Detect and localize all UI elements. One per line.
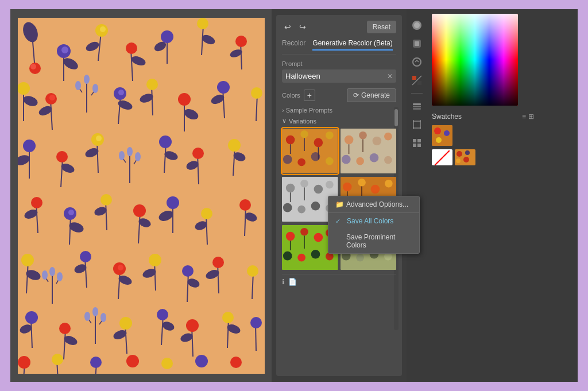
panel-bottom-bar: ℹ 📄 [282, 274, 396, 287]
color-picker-area: Swatches ≡ ⊞ [427, 9, 539, 382]
svg-point-253 [436, 137, 442, 143]
swatch-main-item[interactable] [432, 125, 452, 146]
tool-swap-icon[interactable] [410, 73, 424, 87]
sample-prompts-label: Sample Prompts [286, 107, 332, 114]
main-container: ↩ ↪ Reset Recolor Generative Recolor (Be… [10, 9, 578, 382]
recolor-panel: ↩ ↪ Reset Recolor Generative Recolor (Be… [276, 15, 402, 376]
toolbar-left: ↩ ↪ [282, 21, 308, 33]
svg-point-44 [146, 79, 158, 90]
svg-point-90 [133, 204, 146, 217]
svg-rect-238 [413, 103, 421, 105]
variation-thumb-1[interactable] [282, 128, 338, 174]
checkmark-icon: ✓ [335, 218, 343, 225]
folder-icon: 📁 [335, 200, 344, 208]
svg-point-8 [61, 47, 68, 53]
tool-layers-icon[interactable] [410, 99, 424, 113]
svg-point-107 [57, 272, 63, 281]
swatches-title: Swatches [432, 113, 462, 121]
svg-rect-233 [415, 41, 419, 46]
color-picker-box[interactable] [432, 14, 518, 106]
svg-point-99 [239, 199, 251, 211]
svg-point-188 [300, 180, 308, 188]
generate-label: Generate [361, 91, 390, 99]
generate-button[interactable]: ⟳ Generate [347, 88, 396, 102]
svg-point-121 [182, 265, 194, 277]
swatches-icons: ≡ ⊞ [522, 113, 534, 121]
svg-point-37 [84, 75, 90, 84]
svg-point-62 [96, 136, 102, 141]
sample-prompts-section[interactable]: › Sample Prompts [282, 107, 396, 114]
svg-point-71 [159, 136, 172, 148]
svg-point-179 [384, 133, 392, 141]
swatches-panel: Swatches ≡ ⊞ [427, 108, 539, 382]
svg-point-102 [21, 254, 34, 266]
svg-point-164 [286, 136, 295, 145]
svg-point-180 [341, 155, 350, 164]
svg-point-225 [356, 254, 364, 262]
svg-point-209 [286, 232, 295, 241]
reset-button[interactable]: Reset [367, 21, 396, 33]
svg-point-93 [167, 196, 179, 209]
svg-point-50 [217, 81, 230, 94]
svg-point-31 [49, 95, 55, 100]
document-button[interactable]: 📄 [288, 278, 297, 286]
svg-rect-236 [417, 81, 421, 85]
advanced-options-item[interactable]: 📁 Advanced Options... [328, 196, 419, 213]
add-color-button[interactable]: + [304, 90, 315, 101]
canvas-area [10, 9, 272, 382]
svg-point-255 [457, 151, 462, 157]
svg-point-106 [42, 270, 48, 280]
svg-point-187 [286, 184, 295, 193]
tool-eyedropper-icon[interactable] [410, 37, 424, 51]
prompt-input-row: ✕ [282, 69, 396, 83]
prompt-input[interactable] [285, 72, 387, 80]
tool-artboard-icon[interactable] [410, 118, 424, 131]
svg-point-214 [297, 254, 305, 262]
colors-row: Colors + ⟳ Generate [282, 88, 396, 102]
svg-point-24 [235, 36, 247, 47]
svg-point-189 [314, 185, 323, 194]
svg-point-161 [195, 355, 208, 367]
svg-point-210 [300, 228, 308, 236]
swatches-grid-button[interactable]: ⊞ [528, 113, 534, 121]
svg-point-80 [31, 197, 42, 208]
info-button[interactable]: ℹ [282, 278, 285, 286]
svg-point-171 [326, 157, 334, 165]
swatches-menu-button[interactable]: ≡ [522, 113, 526, 121]
svg-point-201 [385, 180, 393, 188]
svg-rect-241 [413, 121, 420, 128]
svg-point-191 [283, 203, 292, 212]
svg-point-58 [56, 151, 68, 162]
svg-rect-246 [413, 139, 416, 142]
save-prominent-colors-item[interactable]: Save Prominent Colors [328, 229, 419, 253]
tab-recolor[interactable]: Recolor [282, 39, 305, 51]
svg-point-192 [297, 206, 305, 214]
svg-point-118 [149, 254, 161, 266]
redo-button[interactable]: ↪ [297, 21, 308, 33]
svg-point-258 [463, 157, 469, 162]
svg-point-35 [75, 81, 81, 90]
svg-point-4 [30, 64, 36, 69]
swatch-item-pattern[interactable] [455, 149, 475, 165]
swatch-item-crossed[interactable] [432, 149, 452, 165]
tool-select-icon[interactable] [410, 18, 424, 32]
svg-rect-235 [412, 76, 416, 80]
svg-rect-247 [417, 139, 421, 142]
save-all-colors-item[interactable]: ✓ Save All Colors [328, 213, 419, 229]
prompt-label: Prompt [282, 60, 396, 67]
svg-point-181 [356, 157, 364, 165]
panel-tabs: Recolor Generative Recolor (Beta) [282, 39, 396, 55]
clear-prompt-button[interactable]: ✕ [387, 72, 393, 80]
sample-prompts-arrow: › [282, 107, 284, 114]
tab-generative-recolor[interactable]: Generative Recolor (Beta) [312, 39, 392, 51]
tool-grid-icon[interactable] [410, 136, 424, 150]
tool-paintbucket-icon[interactable] [410, 55, 424, 69]
variation-thumb-2[interactable] [341, 128, 397, 174]
svg-point-169 [297, 158, 305, 167]
undo-button[interactable]: ↩ [282, 21, 293, 33]
floral-pattern-svg [18, 18, 265, 374]
right-main: Swatches ≡ ⊞ [407, 9, 539, 382]
svg-point-251 [434, 127, 441, 134]
dropdown-menu: 📁 Advanced Options... ✓ Save All Colors … [328, 196, 420, 254]
variations-section-header[interactable]: ∨ Variations [282, 117, 396, 125]
